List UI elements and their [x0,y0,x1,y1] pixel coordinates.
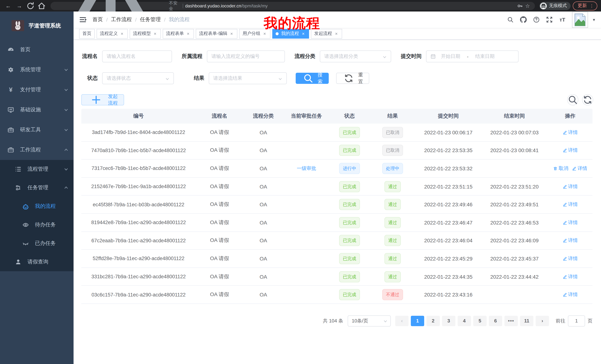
search-button[interactable]: 搜索 [296,73,329,84]
tab-流程表单[interactable]: 流程表单× [163,29,194,38]
browser-reload-button[interactable] [26,1,35,10]
fullscreen-icon[interactable] [546,16,553,23]
show-search-button[interactable] [567,94,578,105]
detail-action-link[interactable]: 详情 [572,165,587,172]
page-button-3[interactable]: 3 [442,316,455,326]
current-task-link[interactable]: 一级审批 [297,165,316,172]
sidebar-item-工作流程[interactable]: 工作流程 [0,140,74,160]
actions-cell: 详情 [548,219,592,226]
filter-category-select[interactable]: 请选择流程分类 [320,50,391,62]
detail-action-link[interactable]: 详情 [562,273,578,280]
browser-forward-button[interactable]: → [15,1,24,10]
more-pages-button[interactable]: ••• [504,316,518,326]
app-logo-row[interactable]: 芋道管理系统 [0,11,74,40]
result-cell: 通过 [370,253,416,264]
sidebar-toggle-button[interactable] [79,16,87,23]
detail-action-link[interactable]: 详情 [562,291,578,298]
breadcrumb-item-任务管理[interactable]: 任务管理 [140,16,161,23]
breadcrumb-item-工作流程[interactable]: 工作流程 [111,16,132,23]
tab-首页[interactable]: 首页 [79,29,95,38]
page-button-5[interactable]: 5 [473,316,487,326]
question-icon [533,16,540,23]
github-icon[interactable] [520,16,527,23]
sidebar-item-首页[interactable]: 首页 [0,40,74,60]
page-button-6[interactable]: 6 [489,316,502,326]
font-size-icon[interactable]: ᴛT [559,16,566,23]
table-row: 7470a810-7b9b-11ec-b5b7-acde48001122OA 请… [81,142,592,160]
page-button-1[interactable]: 1 [411,316,424,326]
refresh-table-button[interactable] [582,94,593,105]
sidebar-item-任务管理[interactable]: 任务管理 [0,179,74,197]
prev-page-button[interactable]: ‹ [395,316,409,326]
reset-button[interactable]: 重置 [336,73,369,84]
navbar-actions: ᴛT ▼ [507,12,596,28]
filter-definition-input[interactable]: 请输入流程定义的编号 [207,50,285,62]
address-bar[interactable]: 不安全 dashboard.yudao.iocoder.cn/bpm/task/… [50,2,535,10]
pagination-goto: 前往 1 页 [556,315,592,326]
filter-status-select[interactable]: 请选择状态 [102,72,174,84]
detail-action-link[interactable]: 详情 [562,255,578,262]
detail-action-link[interactable]: 详情 [562,129,578,136]
close-icon[interactable]: × [186,31,190,36]
cancel-action-link[interactable]: 取消 [553,165,568,172]
search-icon[interactable] [507,16,514,23]
detail-action-link[interactable]: 详情 [562,237,578,244]
browser-back-button[interactable]: ← [4,1,13,10]
bookmark-star-icon[interactable]: ☆ [525,3,531,9]
sidebar-item-研发工具[interactable]: 研发工具 [0,120,74,140]
result-cell: 已取消 [370,145,416,156]
actions-cell: 详情 [548,147,592,154]
avatar-caret-down-icon[interactable]: ▼ [592,18,596,22]
next-page-button[interactable]: › [536,316,549,326]
sidebar-item-待办任务[interactable]: 待办任务 [0,216,74,234]
close-icon[interactable]: × [229,31,234,36]
page-button-4[interactable]: 4 [458,316,471,326]
screen: ← → 不安全 dashboard.yudao.iocoder.cn/bpm/t… [0,0,601,364]
sidebar-item-系统管理[interactable]: 系统管理 [0,60,74,80]
breadcrumb-item-首页[interactable]: 首页 [92,16,103,23]
tab-流程定义[interactable]: 流程定义× [97,29,128,38]
filter-form: 流程名 请输入流程名 所属流程 请输入流程定义的编号 流程分类 请选择流程分类 … [81,50,593,84]
page-button-11[interactable]: 11 [520,316,533,326]
gear-icon [7,67,14,73]
chevron-up-icon [64,148,68,152]
detail-action-link[interactable]: 详情 [562,219,578,226]
filter-time-range[interactable]: 开始日期 - 结束日期 [426,50,519,62]
help-icon[interactable] [533,16,540,23]
filter-result-select[interactable]: 请选择流结果 [209,72,287,84]
browser-home-button[interactable] [37,1,46,10]
goto-page-input[interactable]: 1 [568,315,585,326]
browser-menu-icon[interactable]: ⋮ [590,3,594,8]
detail-action-link[interactable]: 详情 [562,183,578,190]
process-category-cell: OA [243,274,283,280]
sidebar-item-已办任务[interactable]: 已办任务 [0,234,74,253]
column-header-操作: 操作 [548,113,592,119]
sidebar-item-我的流程[interactable]: 我的流程 [0,197,74,216]
close-icon[interactable]: × [334,31,339,36]
sidebar-item-基础设施[interactable]: 基础设施 [0,100,74,120]
page-size-select[interactable]: 10条/页 [348,315,391,326]
detail-action-link[interactable]: 详情 [562,201,578,208]
process-name-cell: OA 请假 [196,129,243,136]
browser-update-button[interactable]: 更新 ⋮ [573,1,597,10]
status-badge: 已完成 [339,145,360,156]
tab-流程表单-编辑[interactable]: 流程表单-编辑× [196,29,237,38]
filter-name-input[interactable]: 请输入流程名 [102,50,172,62]
status-cell: 进行中 [330,163,370,174]
close-icon[interactable]: × [120,31,124,36]
table-row: 331bc281-7b9a-11ec-a290-acde48001122OA 请… [81,268,592,286]
breadcrumb-separator: / [164,17,166,23]
password-key-icon[interactable] [517,3,523,9]
avatar[interactable] [572,12,588,28]
close-icon[interactable]: × [153,31,158,36]
sidebar-item-label: 工作流程 [20,147,64,153]
detail-action-link[interactable]: 详情 [562,147,578,154]
tab-流程模型[interactable]: 流程模型× [130,29,161,38]
sidebar-item-请假查询[interactable]: 请假查询 [0,253,74,271]
page-button-2[interactable]: 2 [426,316,440,326]
process-id-cell: 2152467e-7b9b-11ec-9a1b-acde48001122 [81,184,196,189]
calendar-icon [431,54,436,59]
sidebar-item-流程管理[interactable]: 流程管理 [0,160,74,179]
create-process-button[interactable]: 发起流程 [81,94,124,105]
sidebar-item-支付管理[interactable]: ¥支付管理 [0,80,74,100]
